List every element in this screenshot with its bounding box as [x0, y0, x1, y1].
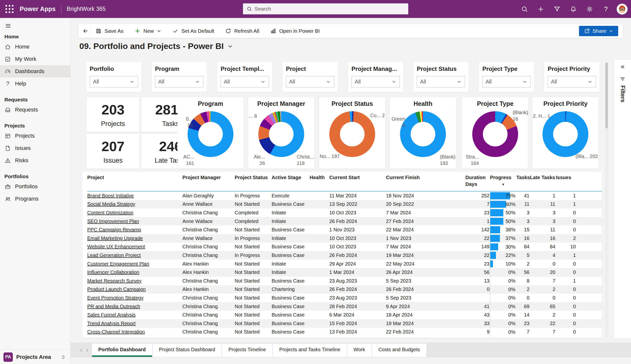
project-link[interactable]: Email Marketing Upgrade [87, 236, 143, 241]
table-row[interactable]: Trend Analysis ReportChristina ChangNot … [87, 319, 602, 328]
sidebar-item-requests[interactable]: Requests [0, 104, 70, 116]
table-row[interactable]: Sales Funnel AnalysisChristina ChangNot … [87, 310, 602, 319]
project-link[interactable]: Trend Analysis Report [87, 321, 136, 326]
table-row[interactable]: Cross-Channel IntegrationChristina Chang… [87, 328, 602, 336]
project-link[interactable]: Influencer Collaboration [87, 270, 139, 275]
donut-ring[interactable] [187, 111, 234, 157]
column-header-health[interactable]: Health [310, 174, 329, 181]
table-row[interactable]: Website UX EnhancementChristina ChangNot… [87, 243, 602, 251]
column-header-current-finish[interactable]: Current Finish [386, 174, 465, 181]
refresh-all-button[interactable]: Refresh All [225, 28, 259, 34]
sidebar-item-home[interactable]: Home [0, 40, 70, 53]
column-header-project-manager[interactable]: Project Manager [182, 174, 235, 181]
scrollbar-thumb[interactable] [605, 62, 608, 128]
project-link[interactable]: Cross-Channel Integration [87, 329, 145, 334]
column-header-late-tasks[interactable]: Late Tasks [530, 174, 556, 181]
column-header-active-stage[interactable]: Active Stage [272, 174, 310, 181]
settings-button[interactable] [584, 4, 595, 14]
global-search[interactable] [243, 3, 408, 14]
chevron-down-icon[interactable] [227, 43, 233, 49]
slicer-dropdown-project-type[interactable]: All [482, 76, 531, 87]
table-row[interactable]: SEO Improvement PlanAnne WallaceComplete… [87, 217, 602, 226]
table-row[interactable]: Customer Engagement PlanAlex HankinNot S… [87, 260, 602, 268]
column-header-project-status[interactable]: Project Status [235, 174, 272, 181]
table-row[interactable]: Product Launch CampaignAlex HankinNot St… [87, 285, 602, 294]
project-link[interactable]: PPC Campaign Revamp [87, 227, 141, 232]
column-header-duration-days[interactable]: Duration Days [465, 174, 490, 188]
project-link[interactable]: Customer Engagement Plan [87, 261, 149, 266]
table-row[interactable]: Brand Boost InitiativeAlan GeraghtyIn Pr… [87, 192, 602, 200]
table-row[interactable]: Influencer CollaborationAlex HankinNot S… [87, 268, 602, 277]
table-row[interactable]: Content OptimizationChristina ChangCompl… [87, 208, 602, 217]
expand-filters-icon[interactable]: « [621, 63, 624, 70]
table-row[interactable]: Market Research SurveyChristina ChangNot… [87, 277, 602, 285]
slicer-dropdown-project[interactable]: All [286, 76, 334, 87]
slicer-dropdown-program[interactable]: All [155, 76, 203, 87]
slicer-dropdown-portfolio[interactable]: All [90, 76, 138, 87]
table-row[interactable]: Social Media StrategyAnne WallaceNot Sta… [87, 200, 602, 209]
project-link[interactable]: Product Launch Campaign [87, 286, 146, 292]
search-button[interactable] [519, 4, 530, 14]
report-tab-work[interactable]: Work [347, 344, 371, 357]
table-row[interactable]: Lead Generation ProjectChristina ChangIn… [87, 251, 602, 260]
environment-picker[interactable]: PA Projects Area [0, 350, 70, 364]
sidebar-item-my-work[interactable]: My Work [0, 53, 70, 65]
slicer-dropdown-project-templ[interactable]: All [221, 76, 269, 87]
report-tab-project-status-dashboard[interactable]: Project Status Dashboard [153, 344, 222, 357]
project-link[interactable]: Brand Boost Initiative [87, 193, 134, 198]
report-tab-projects-timeline[interactable]: Projects Timeline [222, 344, 272, 357]
report-tab-costs-and-budgets[interactable]: Costs and Budgets [372, 344, 427, 357]
report-tab-portfolio-dashboard[interactable]: Portfolio Dashboard [92, 344, 152, 357]
set-as-default-button[interactable]: Set As Default [172, 28, 214, 34]
new-button[interactable]: New [134, 28, 161, 34]
waffle-menu-icon[interactable] [4, 4, 15, 14]
filter-lines-icon[interactable] [620, 76, 625, 82]
back-button[interactable] [82, 28, 89, 34]
save-as-button[interactable]: Save As [95, 28, 123, 34]
tab-scroll-left-icon[interactable]: ‹ [80, 346, 82, 354]
column-header-progress[interactable]: Progress▼ [490, 174, 516, 187]
sidebar-item-portfolios[interactable]: Portfolios [0, 180, 70, 193]
sidebar-item-dashboards[interactable]: Dashboards [0, 65, 70, 78]
donut-ring[interactable] [258, 111, 304, 157]
donut-ring[interactable] [472, 111, 518, 157]
notifications-button[interactable] [568, 4, 579, 14]
project-link[interactable]: Website UX Enhancement [87, 244, 145, 249]
add-button[interactable] [535, 4, 546, 14]
tab-scroll-right-icon[interactable]: › [86, 346, 88, 354]
donut-ring[interactable] [329, 111, 375, 157]
donut-ring[interactable] [400, 111, 446, 157]
help-button[interactable]: ? [600, 4, 611, 14]
sidebar-item-issues[interactable]: Issues [0, 142, 70, 154]
slicer-dropdown-project-priority[interactable]: All [548, 76, 596, 87]
table-row[interactable]: Email Marketing UpgradeAnne WallaceIn Pr… [87, 234, 602, 243]
column-header-project[interactable]: Project [87, 174, 182, 181]
table-row[interactable]: PR and Media OutreachChristina ChangNot … [87, 302, 602, 311]
slicer-dropdown-project-status[interactable]: All [417, 76, 465, 87]
sidebar-item-risks[interactable]: Risks [0, 154, 70, 166]
project-link[interactable]: Lead Generation Project [87, 252, 141, 258]
sidebar-item-projects[interactable]: Projects [0, 130, 70, 142]
sidebar-item-programs[interactable]: Programs [0, 193, 70, 205]
project-link[interactable]: Social Media Strategy [87, 201, 135, 207]
filter-button[interactable] [552, 4, 562, 14]
search-input[interactable] [255, 6, 405, 12]
project-link[interactable]: Content Optimization [87, 210, 133, 215]
column-header-issues[interactable]: Issues [556, 174, 576, 181]
hamburger-menu-icon[interactable] [3, 20, 14, 31]
project-link[interactable]: Sales Funnel Analysis [87, 312, 136, 318]
project-link[interactable]: Market Research Survey [87, 278, 141, 284]
table-row[interactable]: PPC Campaign RevampChristina ChangNot St… [87, 226, 602, 234]
report-tab-projects-and-tasks-timeline[interactable]: Projects and Tasks Timeline [273, 344, 347, 357]
table-row[interactable]: Event Promotion StrategyChristina ChangN… [87, 294, 602, 302]
project-link[interactable]: PR and Media Outreach [87, 304, 140, 309]
project-link[interactable]: SEO Improvement Plan [87, 218, 139, 224]
filters-pane-label[interactable]: Filters [619, 86, 626, 102]
open-in-power-bi-button[interactable]: Open in Power BI [270, 28, 320, 34]
share-button[interactable]: Share [579, 26, 618, 36]
slicer-dropdown-project-manag[interactable]: All [351, 76, 400, 87]
project-link[interactable]: Event Promotion Strategy [87, 295, 143, 300]
column-header-tasks[interactable]: Tasks [516, 174, 530, 181]
column-header-current-start[interactable]: Current Start [329, 174, 386, 181]
sidebar-item-help[interactable]: ?Help [0, 78, 70, 90]
